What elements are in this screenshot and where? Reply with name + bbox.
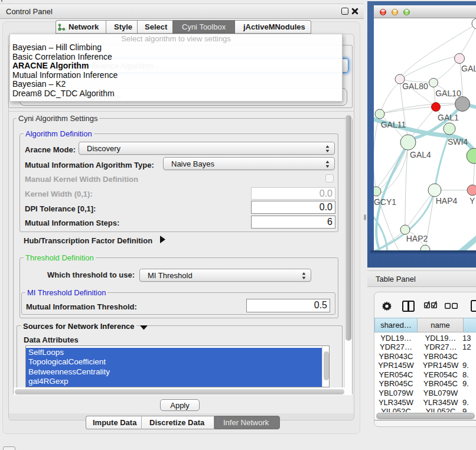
svg-text:GAL4: GAL4: [410, 150, 431, 159]
svg-text:GAL1: GAL1: [438, 113, 459, 122]
svg-text:GAL11: GAL11: [381, 120, 406, 129]
svg-text:GAL10: GAL10: [435, 89, 461, 98]
svg-text:SWI4: SWI4: [448, 137, 468, 146]
svg-text:GCY1: GCY1: [374, 197, 396, 207]
svg-text:Y: Y: [470, 196, 475, 206]
svg-text:GAL80: GAL80: [402, 81, 428, 91]
svg-text:GAL: GAL: [461, 64, 476, 73]
svg-text:HAP4: HAP4: [436, 196, 458, 206]
svg-text:HAP2: HAP2: [406, 234, 428, 243]
